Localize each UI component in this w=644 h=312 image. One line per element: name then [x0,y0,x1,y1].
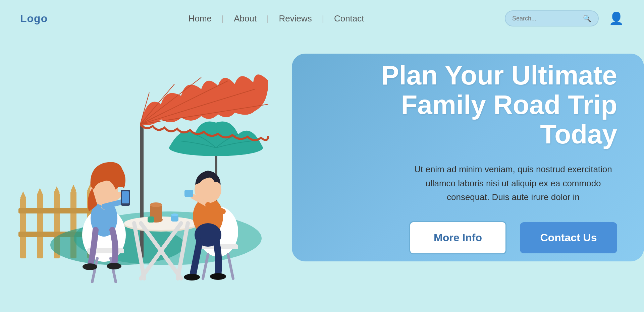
nav-home[interactable]: Home [178,13,222,24]
svg-rect-0 [20,198,26,258]
svg-marker-8 [37,188,43,195]
hero-card: Plan Your UltimateFamily Road Trip Today… [292,54,644,261]
search-bar[interactable]: 🔍 [505,10,599,26]
svg-rect-5 [18,208,96,213]
hero-title: Plan Your UltimateFamily Road Trip Today [319,61,617,149]
nav-links: Home | About | Reviews | Contact [178,13,374,24]
more-info-button[interactable]: More Info [409,221,506,254]
svg-rect-55 [184,190,193,197]
hero-section: Plan Your UltimateFamily Road Trip Today… [0,37,644,312]
svg-point-50 [107,263,121,269]
logo[interactable]: Logo [20,12,48,25]
svg-rect-48 [122,191,129,203]
svg-rect-1 [37,195,43,258]
nav-about[interactable]: About [224,13,267,24]
nav-reviews[interactable]: Reviews [269,13,322,24]
scene-illustration [0,37,302,312]
search-input[interactable] [512,15,583,22]
svg-point-33 [171,213,178,216]
contact-us-button[interactable]: Contact Us [520,222,617,253]
illustration-area [0,37,302,312]
navbar: Logo Home | About | Reviews | Contact 🔍 … [0,0,644,37]
svg-rect-34 [148,216,154,223]
svg-marker-9 [54,186,60,193]
svg-marker-10 [70,185,76,191]
svg-rect-16 [140,124,144,258]
hero-subtitle: Ut enim ad minim veniam, quis nostrud ex… [409,163,617,204]
search-icon[interactable]: 🔍 [583,14,591,22]
nav-contact[interactable]: Contact [324,13,374,24]
svg-marker-7 [20,191,26,198]
hero-buttons: More Info Contact Us [409,221,617,254]
svg-point-31 [150,202,162,207]
svg-point-57 [184,274,200,280]
svg-point-49 [83,263,97,270]
svg-point-58 [210,273,226,280]
user-icon[interactable]: 👤 [609,11,624,25]
